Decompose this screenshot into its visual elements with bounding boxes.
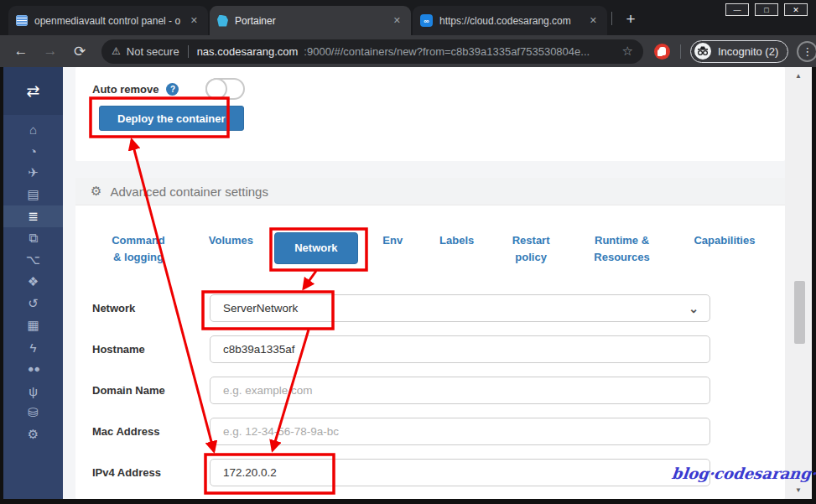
auto-remove-label: Auto remove <box>92 83 159 96</box>
collapse-arrows-icon: ⇄ <box>27 81 40 101</box>
browser-menu-icon[interactable]: ⋮ <box>797 41 816 62</box>
network-row: Network ServerNetwork ⌄ <box>75 294 785 322</box>
blog-watermark: blog·codesarang·com <box>671 465 816 482</box>
sidebar-item-networks[interactable]: ⌥ <box>3 249 63 271</box>
tab-title: openmediavault control panel - o <box>34 15 181 27</box>
sidebar-item-extensions[interactable]: ϟ <box>3 336 63 358</box>
grid-icon: ▦ <box>27 318 39 333</box>
network-label: Network <box>92 302 210 314</box>
tab-network[interactable]: Network <box>274 232 358 264</box>
tab-runtime-resources[interactable]: Runtime & Resources <box>576 232 668 266</box>
tab-env[interactable]: Env <box>367 232 418 249</box>
ipv4-address-input[interactable] <box>210 459 710 486</box>
help-icon[interactable]: ? <box>166 83 179 96</box>
tab-cloud-codesarang[interactable]: ∞ https://cloud.codesarang.com ✕ <box>413 6 607 35</box>
sidebar-item-dashboard[interactable]: ◔ <box>3 140 63 162</box>
back-icon[interactable]: ← <box>12 43 30 60</box>
address-bar[interactable]: ⚠ Not secure nas.codesarang.com :9000/#/… <box>101 39 643 64</box>
tab-close-icon[interactable]: ✕ <box>587 15 600 26</box>
openmediavault-favicon <box>16 15 28 26</box>
hostname-input[interactable] <box>210 335 710 363</box>
tab-restart-policy[interactable]: Restart policy <box>496 232 566 266</box>
close-button[interactable]: ✕ <box>784 3 808 16</box>
sidebar-item-volumes[interactable]: ❖ <box>3 271 63 293</box>
server-icon: ≣ <box>28 209 39 224</box>
network-select[interactable]: ServerNetwork ⌄ <box>210 294 710 322</box>
adblock-extension-icon[interactable] <box>654 44 670 60</box>
mac-row: Mac Address <box>75 418 785 445</box>
network-form: Network ServerNetwork ⌄ Hostname Domain … <box>75 294 785 486</box>
tab-capabilities[interactable]: Capabilities <box>678 232 772 249</box>
sidebar-collapse-button[interactable]: ⇄ <box>3 67 63 115</box>
advanced-settings-title: Advanced container settings <box>110 184 268 199</box>
tab-command-logging[interactable]: Command & logging <box>89 232 188 266</box>
dashboard-icon: ◔ <box>29 144 37 158</box>
tab-portainer[interactable]: Portainer ✕ <box>210 6 411 35</box>
maximize-button[interactable]: □ <box>755 3 778 16</box>
domain-row: Domain Name <box>75 377 785 404</box>
network-select-value: ServerNetwork <box>223 302 689 314</box>
portainer-sidebar: ⇄ ⌂ ◔ ✈ ▤ ≣ ⧉ ⌥ ❖ ↺ ▦ ϟ ☻☻ ψ ⛁ ⚙ <box>3 67 63 499</box>
tab-openmediavault[interactable]: openmediavault control panel - o ✕ <box>8 6 208 35</box>
mac-address-input[interactable] <box>210 418 710 445</box>
sidebar-item-images[interactable]: ⧉ <box>3 227 63 249</box>
sidebar-item-app-templates[interactable]: ✈ <box>3 162 63 184</box>
deploy-container-button[interactable]: Deploy the container <box>99 106 244 131</box>
incognito-badge[interactable]: Incognito (2) <box>690 40 788 63</box>
history-icon: ↺ <box>28 296 39 311</box>
bookmark-star-icon[interactable]: ☆ <box>622 44 633 59</box>
forward-icon[interactable]: → <box>41 43 60 60</box>
toggle-knob <box>205 78 227 100</box>
tab-close-icon[interactable]: ✕ <box>391 15 403 26</box>
new-tab-button[interactable]: + <box>620 8 642 30</box>
page-scrollbar[interactable]: ▲ ▼ <box>785 67 812 499</box>
users-icon: ☻☻ <box>27 365 39 373</box>
stacks-icon: ▤ <box>27 187 39 202</box>
tab-labels[interactable]: Labels <box>428 232 486 249</box>
auto-remove-row: Auto remove ? <box>75 67 785 100</box>
bolt-icon: ϟ <box>30 340 37 355</box>
sidebar-item-endpoints[interactable]: ψ <box>3 380 63 402</box>
auto-remove-toggle[interactable] <box>205 78 245 100</box>
plug-icon: ψ <box>29 384 38 398</box>
ipv4-address-label: IPv4 Address <box>92 466 210 479</box>
sidebar-item-registries[interactable]: ⛁ <box>3 402 63 423</box>
cubes-icon: ❖ <box>28 274 39 289</box>
sidebar-item-containers[interactable]: ≣ <box>3 205 63 227</box>
home-icon: ⌂ <box>29 122 37 137</box>
scrollbar-thumb[interactable] <box>794 281 805 344</box>
sidebar-item-stacks[interactable]: ▤ <box>3 184 63 205</box>
domain-name-label: Domain Name <box>92 384 210 397</box>
domain-name-input[interactable] <box>210 377 710 404</box>
sidebar-item-users[interactable]: ☻☻ <box>3 358 63 380</box>
sitemap-icon: ⌥ <box>26 252 40 268</box>
portainer-favicon <box>217 15 228 27</box>
minimize-button[interactable]: — <box>725 3 749 16</box>
toolbar-separator <box>680 44 681 59</box>
warning-icon: ⚠ <box>112 45 121 57</box>
titlebar: openmediavault control panel - o ✕ Porta… <box>0 0 816 35</box>
tab-divider <box>611 12 612 25</box>
database-icon: ⛁ <box>28 405 39 420</box>
url-separator <box>188 45 189 58</box>
advanced-settings-header: ⚙ Advanced container settings <box>75 178 785 205</box>
tab-close-icon[interactable]: ✕ <box>188 15 200 26</box>
hostname-label: Hostname <box>92 343 210 356</box>
sidebar-item-settings[interactable]: ⚙ <box>3 423 63 445</box>
browser-window: openmediavault control panel - o ✕ Porta… <box>0 0 816 504</box>
sidebar-item-host[interactable]: ▦ <box>3 314 63 336</box>
sidebar-item-events[interactable]: ↺ <box>3 293 63 314</box>
sidebar-items: ⌂ ◔ ✈ ▤ ≣ ⧉ ⌥ ❖ ↺ ▦ ϟ ☻☻ ψ ⛁ ⚙ <box>3 115 63 445</box>
not-secure-label[interactable]: Not secure <box>127 45 179 58</box>
tab-volumes[interactable]: Volumes <box>197 232 264 249</box>
sidebar-item-home[interactable]: ⌂ <box>3 118 63 140</box>
scroll-up-arrow[interactable]: ▲ <box>785 72 812 80</box>
incognito-label: Incognito (2) <box>718 45 778 58</box>
scroll-down-arrow[interactable]: ▼ <box>785 486 812 494</box>
refresh-icon[interactable]: ⟳ <box>70 43 89 60</box>
window-controls: — □ ✕ <box>725 3 808 16</box>
url-path: :9000/#/containers/new?from=c8b39a1335af… <box>304 45 616 58</box>
incognito-icon <box>694 43 711 60</box>
gear-icon: ⚙ <box>28 427 39 442</box>
rocket-icon: ✈ <box>28 165 39 180</box>
